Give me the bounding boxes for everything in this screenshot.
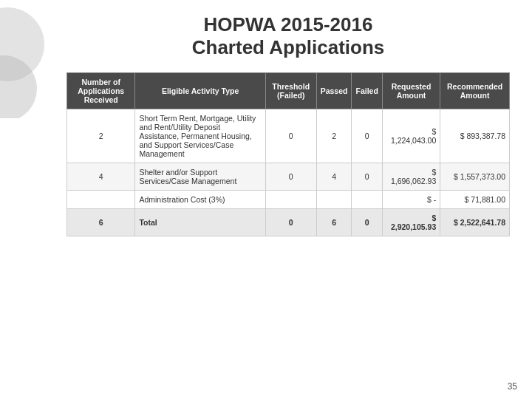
charted-applications-table: Number of Applications Received Eligible… <box>66 72 510 236</box>
col-header-passed: Passed <box>316 73 352 109</box>
table-row: 2Short Term Rent, Mortgage, Utility and … <box>67 109 510 163</box>
decorative-circles <box>0 0 59 118</box>
table-row: 6Total060$ 2,920,105.93$ 2,522,641.78 <box>67 209 510 236</box>
page-number: 35 <box>508 381 517 392</box>
col-header-failed: Failed <box>352 73 382 109</box>
table-row: 4Shelter and/or Support Services/Case Ma… <box>67 163 510 191</box>
page-title: HOPWA 2015-2016 Charted Applications <box>66 13 510 59</box>
col-header-activity-type: Eligible Activity Type <box>135 73 265 109</box>
col-header-rec-amount: Recommended Amount <box>440 73 510 109</box>
col-header-threshold: Threshold (Failed) <box>265 73 316 109</box>
col-header-num-apps: Number of Applications Received <box>67 73 135 109</box>
table-row: Administration Cost (3%)$ -$ 71,881.00 <box>67 191 510 209</box>
col-header-req-amount: Requested Amount <box>382 73 440 109</box>
